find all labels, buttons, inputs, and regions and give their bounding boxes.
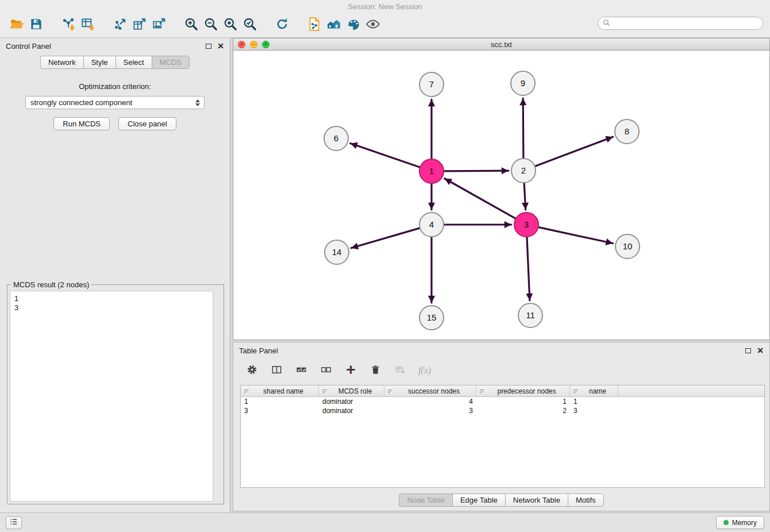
toolbar-search[interactable] [598, 17, 763, 30]
node-table-header: shared name MCDS role successor nodes pr… [241, 385, 764, 397]
column-header-successor-nodes[interactable]: successor nodes [384, 385, 476, 396]
graph-node-11[interactable]: 11 [518, 303, 542, 327]
graph-edge-2-8[interactable] [535, 137, 613, 166]
graph-node-10[interactable]: 10 [615, 234, 640, 259]
columns-icon [271, 364, 282, 377]
fx-icon: f(x) [418, 365, 431, 376]
function-builder-button[interactable]: f(x) [418, 364, 432, 377]
graph-node-2[interactable]: 2 [511, 159, 536, 183]
export-table-icon [132, 17, 147, 33]
control-panel: Control Panel ✕ Network Style Select MCD… [0, 38, 230, 512]
tab-mcds[interactable]: MCDS [152, 56, 190, 69]
import-table-button[interactable] [78, 16, 98, 35]
window-minimize-icon[interactable]: − [250, 41, 257, 48]
neighbors-button[interactable] [324, 16, 344, 35]
mcds-result-list[interactable]: 1 3 [10, 291, 213, 502]
graph-edge-3-11[interactable] [527, 237, 530, 300]
close-panel-icon[interactable]: ✕ [217, 42, 224, 50]
tab-network[interactable]: Network [40, 56, 84, 69]
delete-column-button[interactable] [368, 364, 382, 377]
column-header-shared-name[interactable]: shared name [241, 385, 319, 396]
graph-node-3[interactable]: 3 [514, 213, 538, 237]
column-header-mcds-role[interactable]: MCDS role [319, 385, 384, 396]
close-table-panel-icon[interactable]: ✕ [757, 346, 764, 354]
save-session-button[interactable] [26, 16, 46, 35]
show-columns-button[interactable] [270, 364, 283, 377]
tab-network-table[interactable]: Network Table [505, 494, 568, 507]
zoom-out-button[interactable] [201, 16, 221, 35]
network-graph[interactable]: 7968124314101511 [233, 51, 769, 340]
apply-layout-button[interactable] [272, 16, 292, 35]
run-mcds-button[interactable]: Run MCDS [53, 117, 110, 130]
export-table-button[interactable] [130, 16, 149, 35]
zoom-selected-button[interactable] [240, 16, 260, 35]
window-close-icon[interactable]: × [238, 41, 245, 48]
graph-edge-1-2[interactable] [444, 171, 509, 171]
criterion-dropdown[interactable]: strongly connected component [25, 96, 205, 109]
select-all-button[interactable] [294, 364, 308, 377]
table-settings-button[interactable] [245, 364, 259, 377]
graph-edge-4-14[interactable] [351, 228, 420, 248]
table-panel-title: Table Panel [239, 346, 278, 355]
zoom-fit-icon [223, 17, 238, 33]
style-button[interactable] [344, 16, 363, 35]
graph-edge-3-1[interactable] [445, 179, 516, 219]
open-session-button[interactable] [7, 16, 26, 35]
export-network-button[interactable] [110, 16, 130, 35]
control-panel-title: Control Panel [6, 42, 51, 51]
column-header-predecessor-nodes[interactable]: predecessor nodes [476, 385, 570, 396]
float-panel-icon[interactable] [206, 44, 211, 49]
graph-node-8[interactable]: 8 [615, 119, 639, 144]
table-row[interactable]: 3 dominator 3 2 3 [241, 406, 764, 415]
table-row[interactable]: 1 dominator 4 1 1 [241, 397, 764, 406]
show-hide-button[interactable] [363, 16, 383, 35]
graph-node-15[interactable]: 15 [419, 306, 444, 330]
deselect-all-button[interactable] [319, 364, 333, 377]
cell-mcds-role: dominator [319, 407, 384, 415]
search-input[interactable] [613, 20, 758, 28]
memory-button[interactable]: Memory [716, 516, 764, 529]
task-history-button[interactable] [6, 516, 22, 529]
column-header-name[interactable]: name [570, 385, 618, 396]
graph-node-6[interactable]: 6 [324, 126, 348, 151]
open-folder-icon [9, 17, 24, 33]
tab-node-table[interactable]: Node Table [399, 494, 453, 507]
svg-text:15: 15 [427, 313, 437, 322]
delete-table-button[interactable] [393, 364, 407, 377]
status-bar: Memory [0, 512, 770, 532]
window-zoom-icon[interactable]: + [262, 41, 270, 48]
graph-node-14[interactable]: 14 [325, 240, 349, 264]
graph-node-4[interactable]: 4 [419, 213, 444, 237]
zoom-fit-button[interactable] [221, 16, 240, 35]
criterion-dropdown-value: strongly connected component [30, 98, 132, 107]
network-document-button[interactable] [305, 16, 324, 35]
tab-motifs[interactable]: Motifs [568, 494, 604, 507]
close-panel-button[interactable]: Close panel [118, 117, 176, 130]
graph-node-1[interactable]: 1 [419, 159, 444, 183]
graph-node-7[interactable]: 7 [419, 72, 444, 97]
svg-text:14: 14 [332, 247, 342, 257]
graph-edge-2-9[interactable] [523, 98, 523, 159]
graph-edge-2-3[interactable] [524, 183, 526, 210]
tab-style[interactable]: Style [83, 56, 116, 69]
plus-icon [345, 364, 356, 377]
float-table-panel-icon[interactable] [745, 348, 751, 353]
table-panel: Table Panel ✕ f(x) shared name MCDS role… [233, 342, 770, 511]
add-column-button[interactable] [344, 364, 357, 377]
eye-icon [365, 17, 380, 33]
import-network-button[interactable] [59, 16, 78, 35]
cell-predecessor-nodes: 1 [476, 398, 570, 406]
main-toolbar [0, 13, 770, 38]
sort-icon [387, 388, 393, 394]
zoom-in-button[interactable] [182, 16, 201, 35]
graph-edge-1-6[interactable] [351, 143, 421, 167]
export-image-icon [152, 17, 167, 33]
tab-select[interactable]: Select [116, 56, 152, 69]
svg-text:7: 7 [429, 79, 434, 89]
graph-edge-3-10[interactable] [538, 227, 613, 243]
graph-node-9[interactable]: 9 [511, 71, 535, 95]
save-disk-icon [29, 17, 44, 33]
tab-edge-table[interactable]: Edge Table [452, 494, 506, 507]
export-image-button[interactable] [149, 16, 169, 35]
network-canvas[interactable]: 7968124314101511 [233, 51, 769, 340]
